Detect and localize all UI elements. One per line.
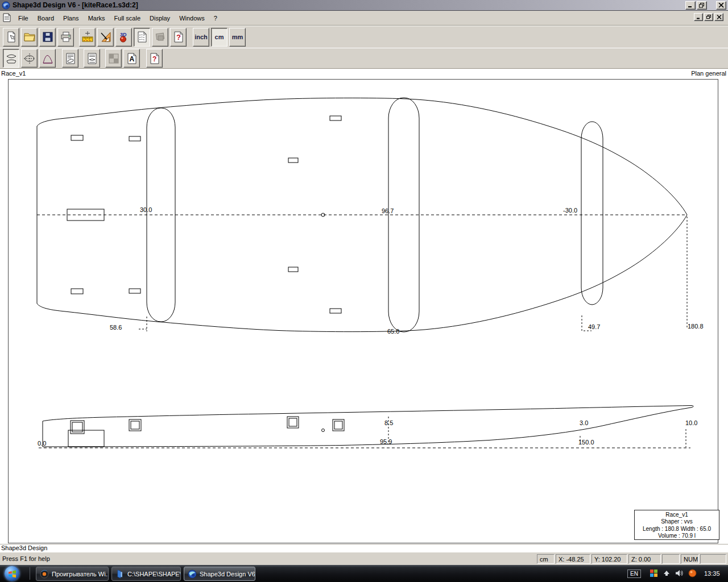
unit-inch-button[interactable]: inch xyxy=(193,28,209,47)
grid-icon xyxy=(107,52,120,65)
menu-board[interactable]: Board xyxy=(33,13,59,23)
help-button[interactable]: ? xyxy=(170,28,187,47)
plan-pos-label-tail: 30.0 xyxy=(140,206,152,213)
app-icon xyxy=(2,1,10,10)
title-bar: Shape3d Design V6 - [kiteRace1.s3d:2] xyxy=(0,0,728,11)
outline-view-button[interactable] xyxy=(3,49,19,68)
outline-view-icon xyxy=(5,52,18,65)
svg-text:A: A xyxy=(129,55,134,63)
taskbar-button-media-player[interactable]: Проигрыватель Wi... xyxy=(36,567,109,581)
board-plan-drawing: 30.0 96.7 -30.0 58.6 65.0 49.7 180.8 0.0… xyxy=(0,69,728,544)
annotation-button[interactable]: A xyxy=(123,49,140,68)
insert-plan xyxy=(288,267,298,272)
board-sheet-button[interactable] xyxy=(84,49,100,68)
taskbar-divider xyxy=(30,567,30,580)
new-file-icon xyxy=(5,31,18,43)
tray-volume-icon[interactable] xyxy=(675,569,684,579)
windows-logo-icon xyxy=(8,569,16,578)
tray-arrow-icon[interactable] xyxy=(663,569,671,579)
drawing-client-area: Race_v1 Plan general xyxy=(0,69,728,544)
menu-help[interactable]: ? xyxy=(209,13,222,23)
new-file-button[interactable] xyxy=(3,28,19,47)
close-icon xyxy=(718,3,724,8)
curve-view-button[interactable] xyxy=(39,49,56,68)
print-icon xyxy=(60,31,72,43)
shape3d-globe-icon xyxy=(188,569,197,579)
child-close-button[interactable] xyxy=(714,13,723,21)
restore-button[interactable] xyxy=(697,1,707,10)
status-y-coord: Y: 102.20 xyxy=(592,554,627,564)
open-file-button[interactable] xyxy=(21,28,38,47)
tray-shape3d-ball-icon[interactable] xyxy=(688,569,697,579)
media-player-icon xyxy=(40,569,49,579)
taskbar-button-label: Проигрыватель Wi... xyxy=(52,571,109,577)
board-sheet-icon xyxy=(86,52,98,65)
export-button[interactable] xyxy=(152,28,168,47)
document-icon xyxy=(3,13,11,23)
menu-windows[interactable]: Windows xyxy=(175,13,209,23)
save-button[interactable] xyxy=(39,28,56,47)
curve-icon xyxy=(42,52,54,65)
dimensions-button[interactable] xyxy=(79,28,96,47)
side-outline xyxy=(43,406,693,447)
help-icon: ? xyxy=(172,31,185,43)
side-rocker-mid-label: 3.0 xyxy=(580,419,588,426)
insert-plan xyxy=(330,309,341,313)
tray-clock[interactable]: 13:35 xyxy=(704,565,720,582)
info-dimensions: Length : 180.8 Width : 65.0 xyxy=(635,526,719,533)
measure-button[interactable] xyxy=(97,28,114,47)
menu-plans[interactable]: Plans xyxy=(59,13,84,23)
child-restore-icon xyxy=(706,15,712,19)
info-shaper: Shaper : vvs xyxy=(635,518,719,525)
slice-view-icon xyxy=(23,52,36,65)
tray-language-indicator[interactable]: EN xyxy=(627,565,641,582)
plan-width-label-nose: 49.7 xyxy=(588,323,600,330)
side-tail-rocker-label: 0.0 xyxy=(38,440,46,447)
side-nose-rocker-label: 10.0 xyxy=(685,419,697,426)
insert-plan xyxy=(71,135,83,140)
open-folder-icon xyxy=(23,31,36,43)
view-toolbar: A ? xyxy=(0,48,728,69)
side-thickness-label: 8.5 xyxy=(384,419,393,426)
insert-plan xyxy=(330,116,341,120)
taskbar-button-shape3d[interactable]: Shape3d Design V6... xyxy=(184,567,255,581)
insert-plan xyxy=(288,158,298,163)
view-3d-button[interactable]: 3D xyxy=(115,28,132,47)
slice-view-button[interactable] xyxy=(21,49,38,68)
unit-cm-button[interactable]: cm xyxy=(211,28,228,47)
insert-plan xyxy=(129,136,140,141)
minimize-button[interactable] xyxy=(685,1,696,10)
export-icon xyxy=(154,31,167,43)
start-button[interactable] xyxy=(5,566,19,581)
save-icon xyxy=(42,31,54,43)
plan-width-label-center: 65.0 xyxy=(387,328,399,335)
fin-box-side xyxy=(68,430,104,447)
spec-sheet-button[interactable] xyxy=(62,49,78,68)
menu-marks[interactable]: Marks xyxy=(84,13,110,23)
status-help-text: Press F1 for help xyxy=(2,555,50,562)
menu-full-scale[interactable]: Full scale xyxy=(110,13,145,23)
spec-sheet-icon xyxy=(64,52,77,65)
insert-side xyxy=(289,418,297,426)
plan-length-label: 180.8 xyxy=(688,323,704,330)
plan-view-button[interactable] xyxy=(134,28,150,47)
info-volume: Volume : 70.9 l xyxy=(635,533,719,539)
child-restore-button[interactable] xyxy=(704,13,713,21)
grid-button[interactable] xyxy=(105,49,122,68)
menu-file[interactable]: File xyxy=(14,13,33,23)
side-center-marker xyxy=(322,429,325,432)
status-empty-2 xyxy=(700,554,726,564)
status-bar: Press F1 for help cm X: -48.25 Y: 102.20… xyxy=(0,552,728,565)
taskbar: Проигрыватель Wi... C:\SHAPE\SHAPE\S... … xyxy=(0,565,728,582)
child-close-icon xyxy=(717,15,722,19)
letter-a-icon: A xyxy=(126,52,138,65)
child-minimize-button[interactable] xyxy=(694,13,703,21)
menu-display[interactable]: Display xyxy=(145,13,175,23)
tray-color-grid-icon[interactable] xyxy=(650,569,658,579)
plan-view-icon xyxy=(136,31,148,43)
context-help-button[interactable]: ? xyxy=(146,49,163,68)
unit-mm-button[interactable]: mm xyxy=(229,28,246,47)
print-button[interactable] xyxy=(57,28,74,47)
taskbar-button-explorer[interactable]: C:\SHAPE\SHAPE\S... xyxy=(111,567,181,581)
close-button[interactable] xyxy=(716,1,726,10)
